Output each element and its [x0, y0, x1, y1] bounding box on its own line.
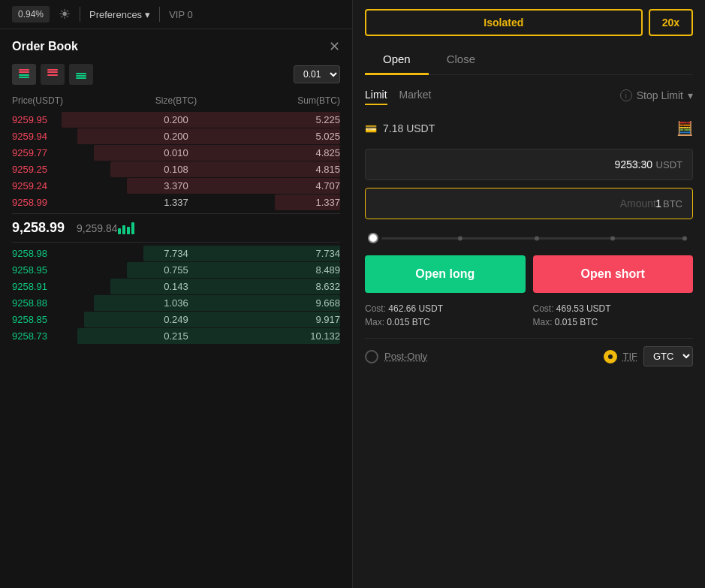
- cost-row: Cost: 462.66 USDT Cost: 469.53 USDT: [365, 303, 693, 314]
- cost-long: Cost: 462.66 USDT: [365, 303, 526, 314]
- view-bids-button[interactable]: [69, 64, 93, 85]
- table-row[interactable]: 9258.85 0.249 9.917: [12, 312, 340, 327]
- bg-bar: [110, 161, 340, 177]
- card-icon: 💳: [365, 123, 377, 134]
- svg-rect-7: [76, 73, 86, 74]
- bg-bar: [127, 262, 340, 278]
- max-short: Max: 0.015 BTC: [533, 317, 694, 327]
- ask-price: 9258.99: [12, 197, 122, 208]
- order-book-header: Order Book ✕: [12, 38, 340, 55]
- view-both-button[interactable]: [12, 64, 36, 85]
- cost-short: Cost: 469.53 USDT: [533, 303, 694, 314]
- mid-ref-price: 9,259.84: [77, 222, 118, 234]
- bids-view-icon: [74, 68, 88, 81]
- svg-rect-1: [19, 71, 29, 73]
- tab-open[interactable]: Open: [365, 45, 429, 75]
- svg-rect-2: [19, 74, 29, 76]
- tab-close[interactable]: Close: [429, 45, 493, 75]
- max-row: Max: 0.015 BTC Max: 0.015 BTC: [365, 317, 693, 327]
- bg-bar: [84, 312, 340, 327]
- bar-chart: [118, 222, 134, 234]
- open-long-button[interactable]: Open long: [365, 255, 526, 293]
- open-short-button[interactable]: Open short: [533, 255, 694, 293]
- bg-bar: [94, 295, 340, 311]
- amount-input[interactable]: [365, 188, 693, 219]
- asks-view-icon: [46, 68, 59, 81]
- top-bar: 0.94% ☀ Preferences ▾ VIP 0: [0, 0, 352, 29]
- ask-rows: 9259.95 0.200 5.225 9259.94 0.200 5.025 …: [12, 112, 340, 210]
- svg-rect-5: [47, 71, 58, 73]
- mid-price-row: 9,258.99 9,259.84: [12, 213, 340, 243]
- calculator-icon[interactable]: 🧮: [676, 120, 693, 137]
- table-row[interactable]: 9259.94 0.200 5.025: [12, 128, 340, 144]
- bg-bar: [127, 178, 340, 194]
- table-row[interactable]: 9258.99 1.337 1.337: [12, 194, 340, 210]
- mid-price: 9,258.99: [12, 220, 65, 236]
- cost-long-label: Cost:: [365, 303, 386, 314]
- bar2: [122, 225, 125, 234]
- price-input-row: 9253.30 USDT: [365, 149, 693, 180]
- both-view-icon: [17, 68, 31, 81]
- bg-bar: [275, 194, 340, 210]
- cost-long-value: 462.66 USDT: [388, 303, 443, 314]
- slider-row: [365, 233, 693, 243]
- tif-radio[interactable]: [604, 350, 617, 363]
- post-only-label: Post-Only: [384, 351, 427, 362]
- amount-unit: BTC: [663, 198, 682, 210]
- table-row[interactable]: 9258.88 1.036 9.668: [12, 295, 340, 311]
- table-row[interactable]: 9258.95 0.755 8.489: [12, 262, 340, 278]
- post-only-option[interactable]: Post-Only: [365, 350, 427, 363]
- bar1: [118, 228, 121, 234]
- svg-rect-6: [47, 74, 58, 76]
- market-type-button[interactable]: Market: [399, 86, 432, 105]
- ask-price: 9259.24: [12, 180, 122, 191]
- bar3: [127, 227, 130, 234]
- percent-badge: 0.94%: [12, 6, 50, 23]
- sun-icon[interactable]: ☀: [59, 6, 71, 23]
- margin-mode-row: Isolated 20x: [365, 9, 693, 36]
- amount-value: 1: [655, 198, 661, 210]
- leverage-button[interactable]: 20x: [649, 9, 693, 36]
- decimal-select[interactable]: 0.01 0.1 1: [294, 65, 340, 83]
- table-row[interactable]: 9259.77 0.010 4.825: [12, 145, 340, 161]
- tif-label: TIF: [623, 351, 638, 362]
- svg-rect-4: [47, 69, 58, 71]
- table-row[interactable]: 9259.24 3.370 4.707: [12, 178, 340, 194]
- slider-mark-100: [682, 236, 687, 240]
- info-icon: i: [620, 89, 632, 101]
- view-asks-button[interactable]: [41, 64, 65, 85]
- bg-bar: [77, 328, 340, 344]
- order-book-container: Order Book ✕: [0, 29, 352, 588]
- sum-col-header: Sum(BTC): [230, 95, 340, 106]
- table-row[interactable]: 9258.98 7.734 7.734: [12, 246, 340, 261]
- table-row[interactable]: 9259.95 0.200 5.225: [12, 112, 340, 128]
- preferences-button[interactable]: Preferences ▾: [89, 9, 150, 20]
- bar4: [131, 222, 134, 234]
- price-col-header: Price(USDT): [12, 95, 122, 106]
- table-row[interactable]: 9258.91 0.143 8.632: [12, 279, 340, 294]
- price-value: 9253.30: [614, 158, 652, 170]
- max-long: Max: 0.015 BTC: [365, 317, 526, 327]
- svg-rect-3: [19, 77, 29, 78]
- limit-type-button[interactable]: Limit: [365, 86, 387, 105]
- view-icons: [12, 64, 93, 85]
- max-long-value: 0.015 BTC: [387, 317, 429, 327]
- isolated-mode-button[interactable]: Isolated: [365, 9, 643, 36]
- price-unit: USDT: [656, 159, 682, 170]
- options-row: Post-Only TIF GTC IOC FOK: [365, 338, 693, 374]
- post-only-radio[interactable]: [365, 350, 378, 363]
- max-short-value: 0.015 BTC: [555, 317, 598, 327]
- cost-short-label: Cost:: [533, 303, 554, 314]
- close-button[interactable]: ✕: [329, 38, 340, 55]
- left-panel: 0.94% ☀ Preferences ▾ VIP 0 Order Book ✕: [0, 0, 353, 588]
- table-row[interactable]: 9259.25 0.108 4.815: [12, 161, 340, 177]
- right-panel: Isolated 20x Open Close Limit Market i S…: [353, 0, 705, 588]
- max-long-label: Max:: [365, 317, 384, 327]
- bg-bar: [143, 246, 340, 261]
- max-short-label: Max:: [533, 317, 553, 327]
- bid-price: 9258.98: [12, 248, 122, 259]
- tif-select[interactable]: GTC IOC FOK: [643, 346, 693, 366]
- vip-badge: VIP 0: [169, 9, 193, 20]
- table-row[interactable]: 9258.73 0.215 10.132: [12, 328, 340, 344]
- stop-limit-button[interactable]: i Stop Limit ▾: [620, 89, 693, 101]
